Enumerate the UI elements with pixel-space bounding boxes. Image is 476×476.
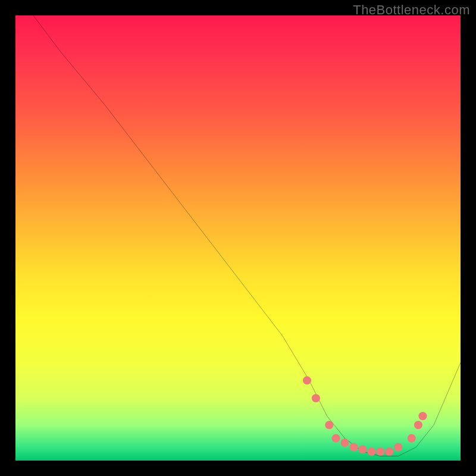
chart-frame: TheBottleneck.com bbox=[0, 0, 476, 476]
watermark-text: TheBottleneck.com bbox=[353, 2, 470, 18]
plot-background-gradient bbox=[15, 15, 461, 461]
